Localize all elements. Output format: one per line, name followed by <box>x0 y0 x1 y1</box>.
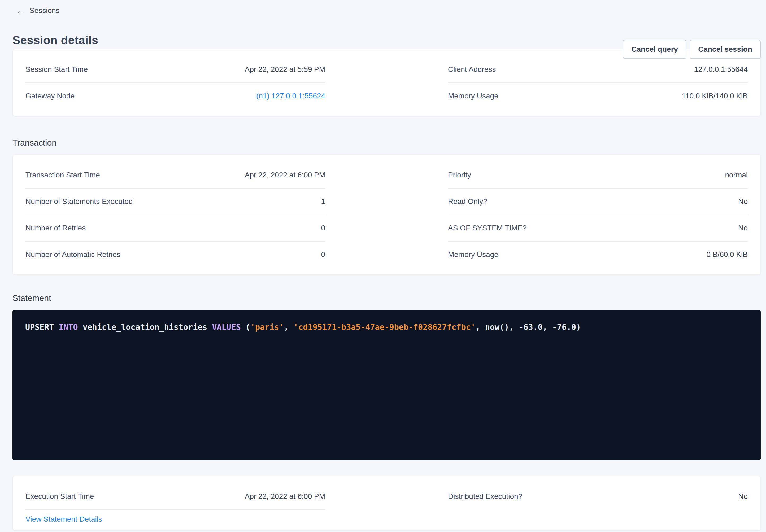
row-label: Number of Automatic Retries <box>25 251 120 258</box>
row-value: Apr 22, 2022 at 6:00 PM <box>245 171 325 179</box>
session-card-right-column: Client Address 127.0.0.1:55644 Memory Us… <box>448 56 748 109</box>
session-card-left-column: Session Start Time Apr 22, 2022 at 5:59 … <box>25 56 325 109</box>
header-actions: Cancel query Cancel session <box>623 40 761 59</box>
row-value: 110.0 KiB/140.0 KiB <box>682 92 748 100</box>
row-label: Gateway Node <box>25 92 75 100</box>
row-label: Client Address <box>448 66 496 73</box>
row-statements-executed: Number of Statements Executed 1 <box>25 189 325 215</box>
row-label: Number of Retries <box>25 224 86 232</box>
row-distributed-execution: Distributed Execution? No <box>448 483 748 509</box>
execution-summary-card: Execution Start Time Apr 22, 2022 at 6:0… <box>12 476 761 530</box>
row-gateway-node: Gateway Node (n1) 127.0.0.1:55624 <box>25 83 325 109</box>
row-label: AS OF SYSTEM TIME? <box>448 224 527 232</box>
row-value: normal <box>725 171 748 179</box>
statement-section-title: Statement <box>12 293 761 303</box>
row-label: Distributed Execution? <box>448 493 522 500</box>
row-value: 127.0.0.1:55644 <box>694 66 748 73</box>
row-value: No <box>738 224 748 232</box>
sql-token: , <box>284 322 293 332</box>
row-label: Number of Statements Executed <box>25 198 133 205</box>
sql-token: UPSERT <box>25 322 59 332</box>
session-details-page: ← Sessions Session details Cancel query … <box>0 0 766 530</box>
row-session-memory-usage: Memory Usage 110.0 KiB/140.0 KiB <box>448 83 748 109</box>
sql-token-keyword: VALUES <box>212 322 241 332</box>
sql-token: ( <box>241 322 250 332</box>
session-summary-card: Session Start Time Apr 22, 2022 at 5:59 … <box>12 49 761 116</box>
sql-token-string: 'paris' <box>250 322 284 332</box>
row-client-address: Client Address 127.0.0.1:55644 <box>448 56 748 83</box>
row-label: Memory Usage <box>448 92 498 100</box>
row-transaction-start-time: Transaction Start Time Apr 22, 2022 at 6… <box>25 162 325 189</box>
row-value: No <box>738 493 748 500</box>
gateway-node-link[interactable]: (n1) 127.0.0.1:55624 <box>256 92 325 100</box>
row-label: Memory Usage <box>448 251 498 258</box>
cancel-query-button[interactable]: Cancel query <box>623 40 686 59</box>
back-arrow-icon[interactable]: ← <box>16 5 25 16</box>
row-value: No <box>738 198 748 205</box>
sql-token: vehicle_location_histories <box>78 322 212 332</box>
row-transaction-memory-usage: Memory Usage 0 B/60.0 KiB <box>448 242 748 268</box>
row-number-of-retries: Number of Retries 0 <box>25 215 325 242</box>
view-statement-details-link[interactable]: View Statement Details <box>25 514 102 525</box>
transaction-card-left-column: Transaction Start Time Apr 22, 2022 at 6… <box>25 162 325 268</box>
row-session-start-time: Session Start Time Apr 22, 2022 at 5:59 … <box>25 56 325 83</box>
execution-card-right-column: Distributed Execution? No <box>448 483 748 525</box>
transaction-card-right-column: Priority normal Read Only? No AS OF SYST… <box>448 162 748 268</box>
row-label: Execution Start Time <box>25 493 94 500</box>
row-value: 0 <box>321 224 325 232</box>
breadcrumb[interactable]: ← Sessions <box>16 5 761 16</box>
sql-token: , now(), -63.0, -76.0) <box>476 322 581 332</box>
row-read-only: Read Only? No <box>448 189 748 215</box>
sql-token-string: 'cd195171-b3a5-47ae-9beb-f028627fcfbc' <box>293 322 475 332</box>
row-value: Apr 22, 2022 at 5:59 PM <box>245 66 325 73</box>
row-value: Apr 22, 2022 at 6:00 PM <box>245 493 325 500</box>
row-as-of-system-time: AS OF SYSTEM TIME? No <box>448 215 748 242</box>
transaction-summary-card: Transaction Start Time Apr 22, 2022 at 6… <box>12 154 761 275</box>
execution-card-left-column: Execution Start Time Apr 22, 2022 at 6:0… <box>25 483 325 525</box>
transaction-section-title: Transaction <box>12 137 761 148</box>
row-label: Priority <box>448 171 471 179</box>
row-view-statement-details: View Statement Details <box>25 510 325 525</box>
row-value: 1 <box>321 198 325 205</box>
row-label: Session Start Time <box>25 66 88 73</box>
row-value: 0 B/60.0 KiB <box>706 251 748 258</box>
breadcrumb-sessions-link[interactable]: Sessions <box>29 6 60 15</box>
row-label: Read Only? <box>448 198 487 205</box>
sql-code-block: UPSERT INTO vehicle_location_histories V… <box>12 310 761 460</box>
row-execution-start-time: Execution Start Time Apr 22, 2022 at 6:0… <box>25 483 325 510</box>
row-priority: Priority normal <box>448 162 748 189</box>
page-header: Session details Cancel query Cancel sess… <box>12 33 761 48</box>
row-value: 0 <box>321 251 325 258</box>
sql-statement: UPSERT INTO vehicle_location_histories V… <box>25 321 748 333</box>
sql-token-keyword: INTO <box>59 322 78 332</box>
row-label: Transaction Start Time <box>25 171 100 179</box>
row-automatic-retries: Number of Automatic Retries 0 <box>25 242 325 268</box>
cancel-session-button[interactable]: Cancel session <box>690 40 761 59</box>
